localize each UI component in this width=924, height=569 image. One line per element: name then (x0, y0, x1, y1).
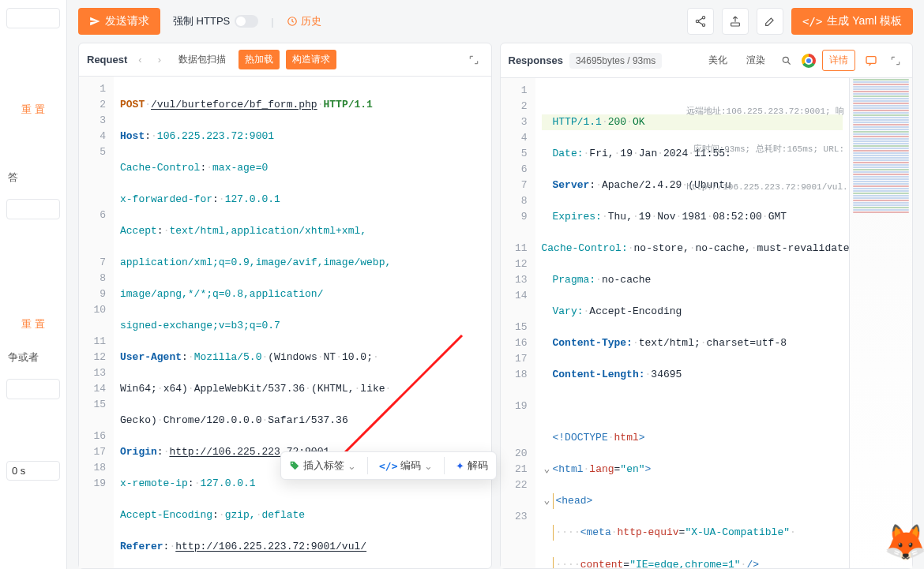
scan-button[interactable]: 数据包扫描 (172, 50, 232, 69)
minimap[interactable] (849, 78, 912, 568)
delay-value[interactable]: 0 s (6, 461, 60, 481)
edit-button[interactable] (757, 8, 783, 35)
export-icon (729, 15, 742, 28)
hotload-button[interactable]: 热加载 (239, 50, 280, 69)
clock-icon (287, 16, 298, 27)
switch-icon (235, 15, 258, 28)
selection-popup: 插入标签 ⌄ </> 编码 ⌄ ✦ 解码 (280, 451, 497, 480)
response-editor[interactable]: 12345678911121314151617181920212223 远端地址… (501, 78, 913, 568)
response-title: Responses (509, 54, 563, 66)
comment-button[interactable] (862, 51, 881, 70)
share-button[interactable] (687, 8, 714, 35)
response-stat: 34695bytes / 93ms (569, 53, 662, 69)
request-gutter: 12345678910111213141516171819 (79, 77, 114, 568)
request-code[interactable]: POST·/vul/burteforce/bf_form.php·HTTP/1.… (114, 77, 491, 568)
force-https-label: 强制 HTTPS (173, 14, 230, 28)
request-title: Request (87, 54, 127, 66)
decode-label: 解码 (468, 459, 488, 473)
send-request-label: 发送请求 (105, 14, 149, 28)
sparkle-icon: ✦ (456, 460, 464, 472)
side-slot (6, 379, 60, 399)
history-link[interactable]: 历史 (287, 14, 321, 28)
search-icon (781, 55, 792, 66)
force-https-toggle[interactable]: 强制 HTTPS (173, 14, 258, 28)
svg-rect-4 (731, 23, 740, 26)
code-icon: </> (379, 460, 397, 472)
expand-icon (468, 54, 479, 66)
insert-tag-item[interactable]: 插入标签 ⌄ (289, 459, 356, 473)
svg-rect-6 (866, 56, 876, 63)
detail-button[interactable]: 详情 (822, 50, 855, 71)
chrome-icon[interactable] (802, 54, 816, 68)
side-slot (6, 8, 60, 28)
encode-label: 编码 (400, 459, 421, 473)
search-button[interactable] (778, 52, 795, 69)
side-slot (6, 199, 60, 219)
expand-icon (890, 55, 901, 66)
request-editor[interactable]: 12345678910111213141516171819 POST·/vul/… (79, 77, 491, 568)
nav-next[interactable]: › (153, 54, 166, 66)
render-button[interactable]: 渲染 (740, 51, 772, 70)
mascot-icon: 🦊 (884, 522, 924, 563)
response-gutter: 12345678911121314151617181920212223 (501, 78, 535, 568)
expand-button[interactable] (887, 52, 904, 69)
yaml-button[interactable]: </> 生成 Yaml 模板 (791, 8, 913, 35)
reset-button-2[interactable]: 重 置 (6, 313, 60, 336)
export-button[interactable] (722, 8, 749, 35)
response-panel: Responses 34695bytes / 93ms 美化 渲染 详情 123… (500, 43, 914, 569)
nav-prev[interactable]: ‹ (133, 54, 146, 66)
send-icon (89, 16, 100, 27)
response-meta: 远端地址:106.225.223.72:9001; 响 应时间:93ms; 总耗… (686, 80, 844, 219)
request-panel: Request ‹ › 数据包扫描 热加载 构造请求 1234567891011… (78, 43, 492, 569)
response-code[interactable]: 远端地址:106.225.223.72:9001; 响 应时间:93ms; 总耗… (535, 78, 850, 568)
answer-label: 答 (6, 167, 60, 188)
topbar: 发送请求 强制 HTTPS | 历史 </> 生成 Yaml 模板 (78, 8, 913, 35)
send-request-button[interactable]: 发送请求 (78, 8, 160, 35)
expand-button[interactable] (464, 51, 483, 69)
contender-label: 争或者 (6, 347, 60, 368)
reset-button-1[interactable]: 重 置 (6, 98, 60, 122)
history-label: 历史 (301, 14, 321, 28)
beautify-button[interactable]: 美化 (702, 51, 734, 70)
edit-icon (764, 15, 776, 28)
yaml-label: 生成 Yaml 模板 (827, 14, 902, 28)
insert-tag-label: 插入标签 (303, 459, 344, 473)
construct-button[interactable]: 构造请求 (286, 50, 336, 69)
svg-point-8 (291, 462, 293, 464)
comment-icon (865, 54, 877, 67)
svg-point-5 (783, 57, 788, 62)
side-strip: 重 置 答 重 置 争或者 0 s (0, 0, 67, 569)
tag-icon (289, 460, 300, 471)
encode-item[interactable]: </> 编码 ⌄ (379, 459, 433, 473)
share-icon (694, 15, 707, 28)
decode-item[interactable]: ✦ 解码 (456, 459, 488, 473)
